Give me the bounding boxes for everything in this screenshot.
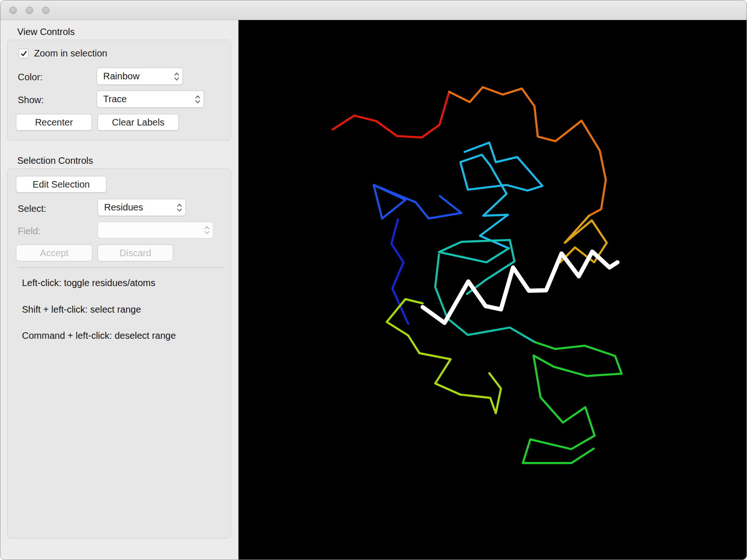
show-select-value: Trace [103, 94, 127, 105]
accept-button: Accept [16, 245, 92, 261]
check-icon [20, 50, 28, 57]
color-select-value: Rainbow [103, 71, 140, 82]
chevron-up-down-icon [195, 94, 201, 105]
chevron-up-down-icon [176, 202, 183, 213]
select-label: Select: [18, 203, 46, 214]
checkbox-box[interactable] [19, 49, 28, 58]
help-line-toggle: Left-click: toggle residues/atoms [22, 278, 155, 288]
selection-controls-heading: Selection Controls [17, 155, 93, 166]
close-button[interactable] [9, 7, 17, 14]
sidebar: View Controls Zoom in selection Color: R… [0, 20, 239, 560]
trace-segment-gold [560, 216, 607, 262]
recenter-button[interactable]: Recenter [16, 114, 92, 131]
trace-segment-blue [374, 185, 461, 218]
zoom-in-selection-label: Zoom in selection [34, 48, 107, 59]
chevron-up-down-icon [174, 71, 180, 82]
show-label: Show: [18, 95, 44, 105]
discard-button: Discard [98, 245, 173, 261]
trace-segment-orange [449, 87, 606, 216]
view-controls-heading: View Controls [17, 27, 75, 37]
zoom-in-selection-checkbox[interactable]: Zoom in selection [19, 48, 107, 59]
molecule-trace-svg [239, 20, 747, 560]
field-select [98, 222, 213, 238]
selection-controls-group: Edit Selection Select: Residues Field: [7, 168, 231, 539]
clear-labels-button[interactable]: Clear Labels [98, 114, 179, 131]
show-select[interactable]: Trace [97, 91, 204, 108]
minimize-button[interactable] [26, 7, 33, 14]
app-window: View Controls Zoom in selection Color: R… [0, 0, 747, 560]
molecule-viewport[interactable] [239, 20, 747, 560]
edit-selection-button[interactable]: Edit Selection [16, 176, 106, 193]
trace-segment-n-terminus-red [333, 92, 450, 138]
help-line-shift: Shift + left-click: select range [22, 304, 141, 315]
trace-segment-teal-b [435, 254, 535, 342]
trace-segment-green [523, 342, 622, 463]
trace-segment-selection-white [423, 252, 617, 323]
trace-segment-cyan [460, 143, 543, 249]
chevron-up-down-icon [204, 224, 210, 236]
color-select[interactable]: Rainbow [97, 68, 183, 85]
trace-segment-teal-a [439, 240, 514, 294]
select-mode-value: Residues [104, 202, 143, 213]
color-label: Color: [18, 72, 42, 83]
field-label: Field: [18, 226, 41, 237]
titlebar[interactable] [0, 0, 747, 20]
view-controls-group: Zoom in selection Color: Rainbow Show: T… [7, 40, 231, 140]
select-mode-select[interactable]: Residues [98, 199, 186, 216]
zoom-button[interactable] [42, 7, 49, 14]
help-line-command: Command + left-click: deselect range [22, 330, 176, 341]
divider [18, 267, 224, 268]
trace-segment-dark-blue [391, 219, 408, 324]
